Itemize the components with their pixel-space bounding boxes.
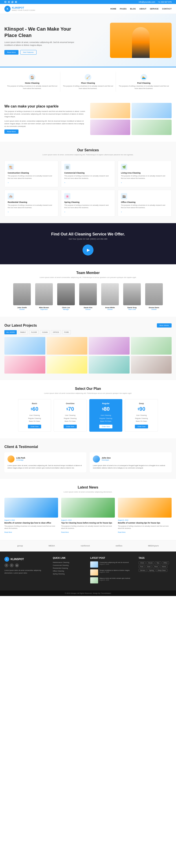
member-name-5: Anna White xyxy=(100,307,120,309)
our-services-section: Our Services Lorem ipsum dolor sit amet,… xyxy=(0,142,176,223)
footer-link-3[interactable]: Residential Cleaning xyxy=(53,567,86,569)
pricing-desc: Lorem ipsum dolor sit amet consectetur a… xyxy=(4,392,172,395)
footer-link-2[interactable]: Commercial Cleaning xyxy=(53,564,86,566)
more-works-button[interactable]: More Works xyxy=(157,323,172,328)
nav-home[interactable]: HOME xyxy=(110,8,116,10)
tag-9[interactable]: Service xyxy=(139,569,147,572)
about-images xyxy=(90,103,172,135)
footer-about: K KLINSPOT f t g Lorem ipsum dolor sit a… xyxy=(4,557,48,585)
filter-clean[interactable]: CLEAN xyxy=(40,330,49,334)
filter-pure[interactable]: PURE xyxy=(62,330,71,334)
hero-person xyxy=(110,23,172,58)
about-img-3 xyxy=(90,120,130,135)
tag-5[interactable]: Pool xyxy=(139,565,145,568)
news-read-more-2[interactable]: Read More xyxy=(61,531,69,533)
tag-3[interactable]: Tips xyxy=(155,561,161,564)
person-shape xyxy=(132,27,150,58)
filter-all[interactable]: ALL WORK xyxy=(4,330,17,334)
pricing-cards: Basic $60 User CleaningRegular CleaningB… xyxy=(4,399,172,432)
news-grid: August 5, 2016 Benefits of summer cleani… xyxy=(4,498,172,533)
lp-img-2 xyxy=(90,569,98,576)
read-more-button[interactable]: Read More xyxy=(4,50,19,55)
project-img-8[interactable] xyxy=(131,356,172,374)
filter-floor[interactable]: FLOOR xyxy=(29,330,39,334)
service-home: 🏠 Home Cleaning The purpose of writing a… xyxy=(4,72,60,92)
tag-8[interactable]: Home xyxy=(160,565,168,568)
nav-blog[interactable]: BLOG xyxy=(130,8,136,10)
svc-spring-desc: The purpose of writing a business is to … xyxy=(64,204,111,209)
filter-family[interactable]: FAMILY xyxy=(18,330,28,334)
project-img-3[interactable] xyxy=(89,337,130,354)
tag-10[interactable]: Spring xyxy=(148,569,155,572)
member-photo-3 xyxy=(57,283,75,305)
lp-date-3: August 8, 2016 xyxy=(99,579,130,581)
project-img-4[interactable] xyxy=(131,337,172,354)
svc-living-link[interactable]: + xyxy=(121,182,122,184)
plan-deep-btn[interactable]: Order Now xyxy=(135,425,148,428)
tag-1[interactable]: Clean xyxy=(139,561,146,564)
tag-4[interactable]: Office xyxy=(162,561,169,564)
plan-overtime-name: Overtime xyxy=(56,402,84,405)
lp-text-2: Tempor incididunt ut labore et dolore ma… xyxy=(99,569,130,571)
logo[interactable]: K KLINSPOT MAKE YOUR PLACE CLEAN xyxy=(4,6,35,12)
footer-tags-title: TAGS xyxy=(139,557,172,559)
member-role-1: Cleaner xyxy=(12,309,32,310)
about-img-4 xyxy=(132,120,172,135)
member-role-2: Supervisor xyxy=(34,309,54,310)
project-img-1[interactable] xyxy=(4,337,45,354)
member-photo-5 xyxy=(101,283,119,305)
svc-office-link[interactable]: + xyxy=(121,211,122,213)
social-links[interactable]: f t g in xyxy=(4,1,17,3)
nav-about[interactable]: ABOUT xyxy=(139,8,146,10)
news-date-3: August 8, 2016 xyxy=(118,519,172,521)
footer-facebook-icon[interactable]: f xyxy=(4,563,8,567)
pricing-title: Select Our Plan xyxy=(4,387,172,391)
tag-2[interactable]: House xyxy=(146,561,154,564)
tag-6[interactable]: Dust xyxy=(146,565,152,568)
partner-1: group xyxy=(17,545,23,547)
top-bar: f t g in info@yoursite.com +1 234 567 87… xyxy=(0,0,176,4)
filter-office[interactable]: OFFICE xyxy=(51,330,61,334)
plan-basic-btn[interactable]: Order Now xyxy=(28,425,41,428)
project-img-2[interactable] xyxy=(47,337,87,354)
tag-7[interactable]: Floor xyxy=(153,565,159,568)
footer-logo-text: KLINSPOT xyxy=(10,558,24,561)
footer-twitter-icon[interactable]: t xyxy=(10,563,14,567)
project-img-5[interactable] xyxy=(4,356,45,374)
twitter-icon[interactable]: t xyxy=(8,1,10,3)
svc-construction-link[interactable]: + xyxy=(8,182,8,184)
play-button[interactable]: ▶ xyxy=(82,245,94,255)
project-img-7[interactable] xyxy=(89,356,130,374)
member-role-6: Team Lead xyxy=(122,309,142,310)
news-read-more-1[interactable]: Read More xyxy=(4,531,12,533)
plan-regular-btn[interactable]: Order Now xyxy=(99,425,112,428)
nav-contact[interactable]: CONTACT xyxy=(162,8,172,10)
footer-link-1[interactable]: Maintenance Cleaning xyxy=(53,561,86,563)
plan-overtime-btn[interactable]: Order Now xyxy=(64,425,77,428)
footer-link-4[interactable]: Office Cleaning xyxy=(53,570,86,572)
linkedin-icon[interactable]: in xyxy=(15,1,17,3)
team-member-7: Emma Davis Cleaner xyxy=(144,283,164,310)
svc-commercial-link[interactable]: + xyxy=(64,182,65,184)
member-role-5: Cleaner xyxy=(100,309,120,310)
features-button[interactable]: See Features xyxy=(20,50,37,55)
svc-residential-link[interactable]: + xyxy=(8,211,8,213)
author-name-2: John Deo xyxy=(102,457,111,459)
google-icon[interactable]: g xyxy=(11,1,14,3)
nav-pages[interactable]: PAGES xyxy=(120,8,127,10)
team-member-6: David Gray Team Lead xyxy=(122,283,142,310)
tag-11[interactable]: Deep Clean xyxy=(156,569,168,572)
project-img-6[interactable] xyxy=(47,356,87,374)
copyright-text: © 2016 Klinspot. All Rights Reserved. De… xyxy=(65,592,111,594)
nav-service[interactable]: SERVICE xyxy=(150,8,159,10)
facebook-icon[interactable]: f xyxy=(4,1,7,3)
news-read-more-3[interactable]: Read More xyxy=(118,531,126,533)
commercial-icon: 🏢 xyxy=(64,164,70,170)
hero-section: Klinspot - We Can Make Your Place Clean … xyxy=(0,14,176,67)
member-role-3: Manager xyxy=(56,309,76,310)
footer-link-5[interactable]: Spring Cleaning xyxy=(53,573,86,575)
footer-google-icon[interactable]: g xyxy=(15,563,19,567)
about-read-more[interactable]: Read More xyxy=(4,129,19,134)
svc-spring-link[interactable]: + xyxy=(64,211,65,213)
latest-post-1: Consectetur adipiscing elit sed do eiusm… xyxy=(90,561,134,567)
